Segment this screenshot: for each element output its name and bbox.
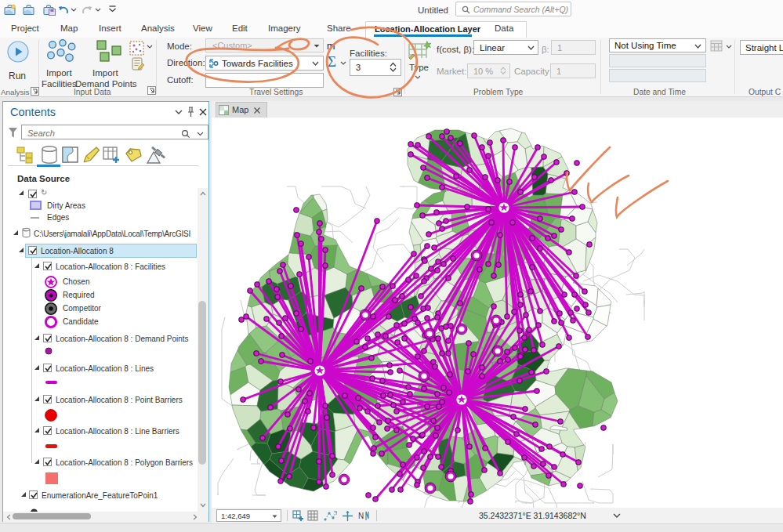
svg-text:N: N [358, 512, 364, 520]
